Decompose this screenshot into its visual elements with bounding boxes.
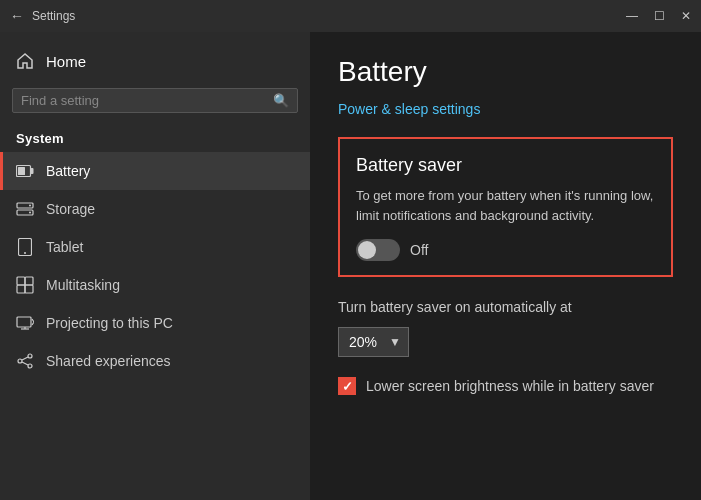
sidebar-item-multitasking-label: Multitasking bbox=[46, 277, 120, 293]
sidebar-item-battery[interactable]: Battery bbox=[0, 152, 310, 190]
sidebar-item-home[interactable]: Home bbox=[0, 42, 310, 80]
brightness-checkbox-label: Lower screen brightness while in battery… bbox=[366, 378, 654, 394]
svg-rect-12 bbox=[25, 285, 33, 293]
svg-rect-9 bbox=[17, 277, 25, 285]
battery-saver-card: Battery saver To get more from your batt… bbox=[338, 137, 673, 277]
svg-point-6 bbox=[29, 212, 31, 214]
search-icon: 🔍 bbox=[273, 93, 289, 108]
percentage-dropdown-wrapper[interactable]: 5% 10% 15% 20% 25% 30% ▼ bbox=[338, 327, 409, 357]
content-area: Battery Power & sleep settings Battery s… bbox=[310, 32, 701, 500]
brightness-checkbox-row: ✓ Lower screen brightness while in batte… bbox=[338, 377, 673, 395]
svg-rect-11 bbox=[17, 285, 25, 293]
title-bar-title: Settings bbox=[32, 9, 618, 23]
main-layout: Home 🔍 System Battery bbox=[0, 32, 701, 500]
back-button[interactable]: ← bbox=[10, 8, 24, 24]
sidebar-item-projecting[interactable]: Projecting to this PC bbox=[0, 304, 310, 342]
window-controls: — ☐ ✕ bbox=[626, 9, 691, 23]
tablet-icon bbox=[16, 238, 34, 256]
projecting-icon bbox=[16, 314, 34, 332]
svg-point-5 bbox=[29, 205, 31, 207]
sidebar-item-battery-label: Battery bbox=[46, 163, 90, 179]
sidebar-item-tablet-label: Tablet bbox=[46, 239, 83, 255]
svg-point-16 bbox=[28, 354, 32, 358]
minimize-button[interactable]: — bbox=[626, 9, 638, 23]
brightness-checkbox[interactable]: ✓ bbox=[338, 377, 356, 395]
battery-icon bbox=[16, 162, 34, 180]
sidebar: Home 🔍 System Battery bbox=[0, 32, 310, 500]
svg-point-8 bbox=[24, 252, 26, 254]
svg-point-17 bbox=[28, 364, 32, 368]
svg-rect-10 bbox=[25, 277, 33, 285]
sidebar-item-tablet[interactable]: Tablet bbox=[0, 228, 310, 266]
battery-saver-toggle[interactable] bbox=[356, 239, 400, 261]
power-sleep-link[interactable]: Power & sleep settings bbox=[338, 101, 480, 117]
svg-rect-13 bbox=[17, 317, 31, 327]
close-button[interactable]: ✕ bbox=[681, 9, 691, 23]
battery-saver-title: Battery saver bbox=[356, 155, 655, 176]
svg-point-18 bbox=[18, 359, 22, 363]
svg-rect-2 bbox=[18, 167, 25, 175]
svg-rect-1 bbox=[31, 168, 34, 174]
sidebar-section-label: System bbox=[0, 121, 310, 152]
svg-line-20 bbox=[22, 362, 28, 365]
percentage-dropdown[interactable]: 5% 10% 15% 20% 25% 30% bbox=[338, 327, 409, 357]
sidebar-item-storage-label: Storage bbox=[46, 201, 95, 217]
search-input[interactable] bbox=[21, 93, 267, 108]
dropdown-row: 5% 10% 15% 20% 25% 30% ▼ bbox=[338, 327, 673, 357]
sidebar-item-projecting-label: Projecting to this PC bbox=[46, 315, 173, 331]
sidebar-item-shared[interactable]: Shared experiences bbox=[0, 342, 310, 380]
sidebar-item-shared-label: Shared experiences bbox=[46, 353, 171, 369]
maximize-button[interactable]: ☐ bbox=[654, 9, 665, 23]
toggle-label: Off bbox=[410, 242, 428, 258]
toggle-row: Off bbox=[356, 239, 655, 261]
battery-saver-description: To get more from your battery when it's … bbox=[356, 186, 655, 225]
storage-icon bbox=[16, 200, 34, 218]
search-box[interactable]: 🔍 bbox=[12, 88, 298, 113]
shared-icon bbox=[16, 352, 34, 370]
title-bar: ← Settings — ☐ ✕ bbox=[0, 0, 701, 32]
checkbox-check-icon: ✓ bbox=[342, 379, 353, 394]
auto-turn-on-label: Turn battery saver on automatically at bbox=[338, 299, 673, 315]
page-title: Battery bbox=[338, 56, 673, 88]
multitasking-icon bbox=[16, 276, 34, 294]
home-icon bbox=[16, 52, 34, 70]
toggle-knob bbox=[358, 241, 376, 259]
sidebar-item-multitasking[interactable]: Multitasking bbox=[0, 266, 310, 304]
svg-line-19 bbox=[22, 357, 28, 360]
home-label: Home bbox=[46, 53, 86, 70]
sidebar-item-storage[interactable]: Storage bbox=[0, 190, 310, 228]
